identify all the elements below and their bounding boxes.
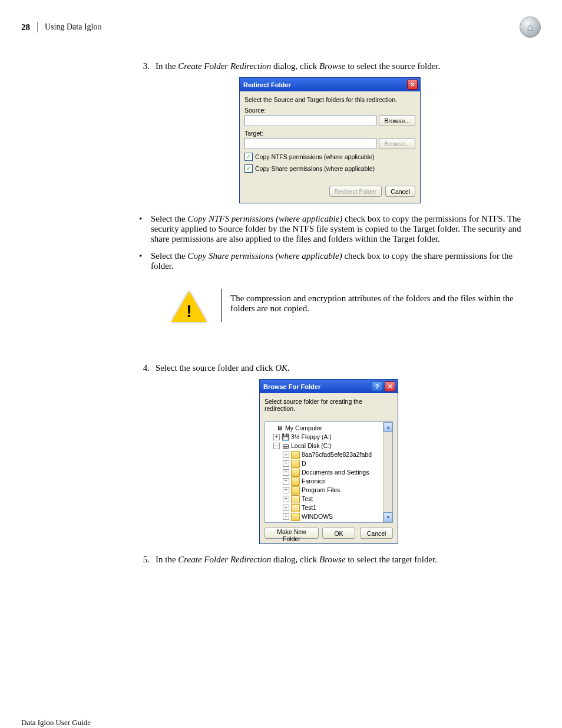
step-text: Select the source folder and click OK.: [156, 363, 523, 373]
page-number: 28: [21, 22, 30, 32]
folder-icon: [291, 451, 300, 459]
expand-icon[interactable]: +: [283, 460, 289, 467]
folder-icon: [291, 486, 300, 495]
copy-ntfs-checkbox-row[interactable]: ✓ Copy NTFS permissions (where applicabl…: [244, 153, 415, 161]
collapse-icon[interactable]: −: [273, 443, 280, 449]
source-input[interactable]: [244, 115, 376, 126]
browse-target-button[interactable]: Browse...: [379, 138, 415, 149]
warning-block: ! The compression and encryption attribu…: [157, 289, 523, 322]
dialog-titlebar[interactable]: Browse For Folder ? ✕: [260, 380, 398, 393]
floppy-icon: 💾: [282, 434, 289, 441]
expand-icon[interactable]: +: [283, 469, 289, 476]
make-new-folder-button[interactable]: Make New Folder: [265, 528, 319, 539]
target-input[interactable]: [244, 138, 376, 149]
scroll-up-icon[interactable]: ▴: [384, 422, 392, 432]
section-title: Using Data Igloo: [45, 22, 101, 32]
dvd-drive-icon: 💿: [282, 522, 289, 523]
list-item: • Select the Copy Share permissions (whe…: [139, 251, 523, 271]
dialog-title: Redirect Folder: [243, 81, 291, 88]
folder-icon: [291, 477, 300, 486]
expand-icon[interactable]: +: [283, 478, 289, 485]
step-number: 5.: [139, 555, 150, 565]
copy-share-label: Copy Share permissions (where applicable…: [255, 165, 375, 172]
dialog-title: Browse For Folder: [263, 383, 320, 390]
help-icon[interactable]: ?: [372, 381, 382, 391]
tree-node-label[interactable]: Test1: [302, 503, 316, 512]
tree-node-label[interactable]: WINDOWS: [302, 512, 333, 521]
close-icon[interactable]: ✕: [385, 381, 395, 391]
drive-icon: 🖴: [282, 443, 289, 450]
warning-divider: [222, 289, 222, 322]
warning-text: The compression and encryption attribute…: [230, 289, 523, 314]
bullet-list: • Select the Copy NTFS permissions (wher…: [139, 214, 523, 271]
dialog-intro: Select the Source and Target folders for…: [244, 96, 415, 103]
folder-open-icon: [291, 504, 300, 512]
redirect-folder-dialog: Redirect Folder ✕ Select the Source and …: [239, 77, 421, 203]
expand-icon[interactable]: +: [283, 505, 289, 511]
expand-icon[interactable]: +: [283, 513, 289, 520]
folder-icon: [291, 513, 300, 521]
browse-for-folder-dialog: Browse For Folder ? ✕ Select source fold…: [259, 379, 398, 544]
tree-node-label[interactable]: Documents and Settings: [302, 468, 369, 477]
header-divider: [37, 22, 38, 32]
tree-node-label[interactable]: Local Disk (C:): [291, 442, 332, 450]
scrollbar[interactable]: ▴ ▾: [383, 422, 392, 522]
tree-node-label[interactable]: Test: [302, 495, 313, 503]
page-header: 28 Using Data Igloo ⌂: [21, 17, 541, 38]
target-label: Target:: [244, 130, 415, 137]
bullet-icon: •: [139, 251, 145, 271]
bullet-icon: •: [139, 214, 145, 244]
expand-icon[interactable]: +: [283, 452, 289, 458]
step-4: 4. Select the source folder and click OK…: [139, 363, 523, 373]
step-number: 4.: [139, 363, 150, 373]
list-item: • Select the Copy NTFS permissions (wher…: [139, 214, 523, 244]
expand-icon[interactable]: +: [273, 434, 280, 440]
step-5: 5. In the Create Folder Redirection dial…: [139, 555, 523, 565]
checkbox-checked-icon[interactable]: ✓: [244, 153, 253, 161]
browse-source-button[interactable]: Browse...: [379, 115, 415, 126]
tree-node-label[interactable]: Faronics: [302, 477, 325, 486]
tree-node-label[interactable]: Program Files: [302, 486, 340, 495]
folder-open-icon: [291, 495, 300, 503]
close-icon[interactable]: ✕: [407, 80, 418, 90]
expand-icon[interactable]: +: [283, 496, 289, 502]
ok-button[interactable]: OK: [322, 528, 355, 539]
igloo-icon: ⌂: [527, 21, 534, 34]
folder-icon: [291, 469, 300, 477]
expand-icon[interactable]: +: [283, 487, 289, 493]
tree-node-label[interactable]: 8aa76cfad5efe823a2fabd: [302, 450, 372, 459]
step-text: In the Create Folder Redirection dialog,…: [156, 61, 523, 71]
computer-icon: 🖥: [276, 425, 283, 432]
copy-ntfs-label: Copy NTFS permissions (where applicable): [255, 153, 375, 160]
step-number: 3.: [139, 61, 150, 71]
tree-node-label[interactable]: My Computer: [285, 424, 322, 433]
checkbox-checked-icon[interactable]: ✓: [244, 164, 253, 173]
tree-node-label[interactable]: DVD-RAM Drive (D:): [291, 521, 348, 522]
cancel-button[interactable]: Cancel: [360, 528, 393, 539]
copy-share-checkbox-row[interactable]: ✓ Copy Share permissions (where applicab…: [244, 164, 415, 173]
cancel-button[interactable]: Cancel: [385, 186, 415, 197]
source-label: Source:: [244, 107, 415, 114]
dialog-intro: Select source folder for creating the re…: [265, 398, 393, 412]
scroll-down-icon[interactable]: ▾: [384, 512, 392, 522]
folder-tree[interactable]: 🖥 My Computer + 💾 3½ Floppy (A:) − 🖴 Loc…: [265, 421, 393, 523]
dialog-titlebar[interactable]: Redirect Folder ✕: [240, 78, 420, 91]
step-3: 3. In the Create Folder Redirection dial…: [139, 61, 523, 71]
redirect-folder-button[interactable]: Redirect Folder: [329, 186, 382, 197]
page-footer: Data Igloo User Guide: [21, 718, 541, 727]
product-logo-icon: ⌂: [520, 17, 541, 38]
tree-node-label[interactable]: 3½ Floppy (A:): [291, 433, 332, 442]
tree-node-label[interactable]: D: [302, 459, 306, 468]
step-text: In the Create Folder Redirection dialog,…: [156, 555, 523, 565]
folder-icon: [291, 460, 300, 468]
warning-triangle-icon: !: [171, 291, 207, 322]
